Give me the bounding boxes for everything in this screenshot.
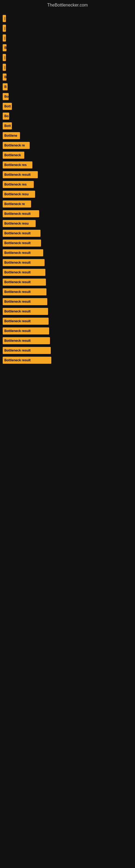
- bar-label-text: Bottleneck result: [4, 290, 31, 294]
- bar-label: Bottleneck result: [3, 259, 45, 266]
- bar-row: Bottleneck: [3, 151, 132, 159]
- bar-label: |: [3, 54, 6, 61]
- bar-label-text: Bottleneck result: [4, 329, 31, 333]
- bar-label: Bottleneck result: [3, 318, 49, 325]
- bar-label-text: |: [4, 17, 5, 20]
- bar-row: Bottleneck result: [3, 229, 132, 237]
- bar-row: Bottleneck result: [3, 346, 132, 354]
- bar-row: Bottleneck result: [3, 239, 132, 247]
- bar-label-text: Bottleneck result: [4, 251, 31, 255]
- bar-label: Bottleneck re: [3, 200, 31, 208]
- bar-label-text: Bottleneck resu: [4, 222, 29, 225]
- bar-label-text: Bott: [4, 124, 11, 128]
- bar-row: Bott: [3, 102, 132, 111]
- bar-label: Bottleneck result: [3, 240, 41, 247]
- bar-label: Bottleneck result: [3, 298, 47, 305]
- bar-row: |: [3, 24, 132, 32]
- bar-label: B: [3, 73, 6, 81]
- bar-row: Bottleneck result: [3, 170, 132, 179]
- bar-row: |: [3, 14, 132, 23]
- bar-label: |: [3, 25, 6, 32]
- bar-label-text: Bo: [4, 95, 9, 98]
- bar-label: Bottleneck result: [3, 337, 50, 344]
- bar-label: Bottleneck result: [3, 249, 43, 256]
- bar-label-text: Bottleneck re: [4, 202, 25, 206]
- bar-row: Bottleneck result: [3, 298, 132, 306]
- bar-label: Bo: [3, 93, 9, 100]
- bar-label-text: Bottleneck result: [4, 173, 31, 177]
- bar-row: B: [3, 44, 132, 52]
- bar-row: Bottleneck result: [3, 356, 132, 364]
- bar-label: Bottleneck result: [3, 347, 51, 354]
- bar-label: Bottleneck result: [3, 288, 46, 296]
- bar-label-text: Bottleneck result: [4, 358, 31, 362]
- bar-label: Bottlene: [3, 132, 20, 139]
- bar-label-text: Bottleneck result: [4, 310, 31, 313]
- bar-row: Bottleneck resu: [3, 219, 132, 227]
- bar-row: Bottleneck res: [3, 180, 132, 188]
- bar-label-text: Bottlene: [4, 134, 17, 137]
- bar-label-text: Bottleneck result: [4, 212, 31, 216]
- bar-label: Bottleneck result: [3, 210, 39, 217]
- bar-label-text: Bottleneck result: [4, 271, 31, 274]
- bar-row: B: [3, 83, 132, 91]
- bar-row: Bottleneck result: [3, 337, 132, 345]
- bar-label: B: [3, 83, 8, 90]
- site-title: TheBottlenecker.com: [0, 0, 135, 9]
- bar-label: Bo: [3, 113, 9, 120]
- bar-label: |: [3, 15, 6, 22]
- bar-label-text: Bottleneck result: [4, 261, 31, 265]
- bar-label: |: [3, 34, 6, 41]
- bar-label-text: B: [4, 46, 6, 50]
- bar-row: Bottleneck re: [3, 141, 132, 150]
- bar-label-text: Bottleneck result: [4, 280, 31, 284]
- bar-label-text: Bottleneck result: [4, 241, 31, 245]
- bar-row: Bottleneck result: [3, 327, 132, 335]
- bar-label-text: Bottleneck result: [4, 319, 31, 323]
- bar-row: Bott: [3, 122, 132, 130]
- bar-label: Bottleneck result: [3, 171, 38, 178]
- bar-label-text: |: [4, 56, 5, 59]
- bar-label: Bottleneck result: [3, 328, 49, 335]
- bar-row: Bottleneck result: [3, 278, 132, 286]
- bar-row: |: [3, 63, 132, 71]
- bar-label: Bottleneck re: [3, 142, 30, 149]
- bar-label-text: Bottleneck result: [4, 300, 31, 304]
- bar-row: Bottleneck result: [3, 210, 132, 218]
- bar-row: Bottleneck result: [3, 249, 132, 257]
- bar-row: Bottleneck result: [3, 258, 132, 267]
- bar-row: |: [3, 34, 132, 42]
- site-title-text: TheBottlenecker.com: [47, 3, 88, 7]
- bar-row: B: [3, 73, 132, 81]
- bar-row: Bottleneck res: [3, 161, 132, 169]
- bar-label: Bottleneck resu: [3, 220, 36, 227]
- bar-label-text: B: [4, 85, 7, 89]
- bar-row: Bo: [3, 112, 132, 120]
- bar-label-text: Bo: [4, 114, 9, 118]
- bar-label: |: [3, 64, 6, 71]
- bar-row: Bottleneck result: [3, 288, 132, 296]
- bar-label-text: |: [4, 36, 5, 40]
- bar-label-text: Bottleneck res: [4, 183, 27, 186]
- bar-label: Bottleneck result: [3, 230, 41, 237]
- bar-label: Bottleneck resu: [3, 191, 35, 198]
- bar-label: Bottleneck result: [3, 279, 46, 286]
- bar-row: Bottleneck re: [3, 200, 132, 208]
- bar-label-text: Bottleneck res: [4, 163, 27, 167]
- bar-label: Bottleneck result: [3, 269, 45, 276]
- bar-label: Bottleneck: [3, 152, 24, 159]
- bar-row: |: [3, 54, 132, 62]
- bar-row: Bottleneck result: [3, 307, 132, 315]
- bar-label: Bottleneck res: [3, 181, 34, 188]
- bar-label-text: Bottleneck re: [4, 144, 25, 147]
- bar-label: Bottleneck res: [3, 161, 32, 168]
- bar-label: Bott: [3, 122, 12, 129]
- bar-row: Bottleneck resu: [3, 190, 132, 198]
- bar-label-text: Bottleneck result: [4, 231, 31, 235]
- bar-label-text: Bottleneck: [4, 153, 21, 157]
- bars-container: |||B||BBBoBottBoBottBottleneBottleneck r…: [0, 9, 135, 369]
- bar-row: Bottleneck result: [3, 317, 132, 325]
- bar-label-text: Bottleneck result: [4, 339, 31, 343]
- bar-row: Bottlene: [3, 131, 132, 140]
- bar-label: B: [3, 44, 6, 51]
